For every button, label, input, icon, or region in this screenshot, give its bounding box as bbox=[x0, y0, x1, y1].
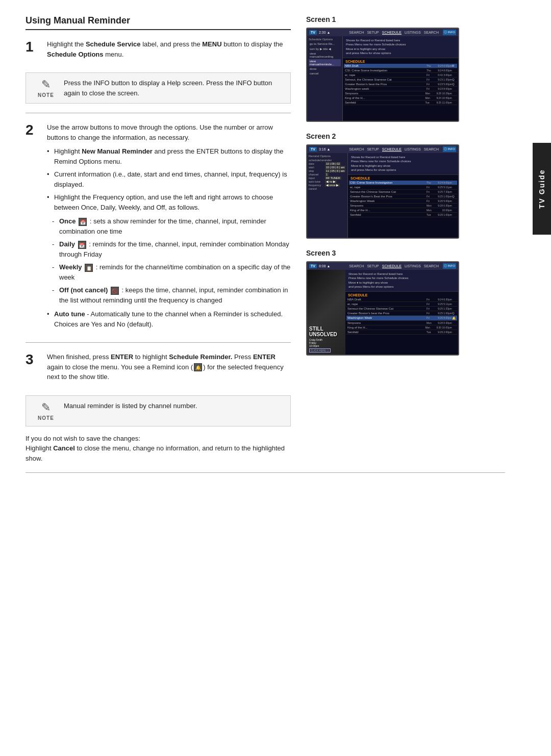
screen-3-body: STILLUNSOLVED Craig Smith Friday10:00pm … bbox=[307, 270, 458, 355]
tv-logo-3: TV bbox=[309, 264, 317, 268]
nav-setup-3: SETUP bbox=[367, 264, 379, 268]
nav-listings-3: LISTINGS bbox=[405, 264, 421, 268]
screen-3-header: TV 8:08 ▲ SEARCH SETUP SCHEDULE LISTINGS… bbox=[307, 262, 458, 270]
screen-1-sched-title: SCHEDULE bbox=[344, 59, 457, 64]
note-label-1: NOTE bbox=[38, 92, 54, 98]
tv-logo-1: TV bbox=[309, 30, 317, 35]
nav-setup-2: SETUP bbox=[367, 147, 379, 152]
s1-item-6: cancel bbox=[309, 71, 341, 75]
remind-icon: 🔔 bbox=[194, 363, 202, 371]
step-3-text: When finished, press ENTER to highlight … bbox=[47, 352, 291, 382]
s3-row-4: Greater Boston's beat the ProsFri9:25 1:… bbox=[346, 311, 457, 316]
divider-1 bbox=[26, 113, 291, 113]
s3-row-7: King of the H...Mon9:30 10:00pm bbox=[346, 325, 457, 330]
main-content: Using Manual Reminder 1 Highlight the Sc… bbox=[0, 0, 551, 756]
screen-2-schedule: SCHEDULE CSI: Crime Scene InvestigationT… bbox=[348, 175, 458, 238]
step-3: 3 When finished, press ENTER to highligh… bbox=[26, 352, 291, 386]
s3-row-1: NBA DraftFri9:24 6:30pm bbox=[346, 297, 457, 302]
s3-row-5: Washington WeekFri9:26 8:00pm🔔 bbox=[346, 316, 457, 321]
screen-2-header: TV 3:16 ▲ SEARCH SETUP SCHEDULE LISTINGS… bbox=[307, 145, 458, 153]
screen-2-main: Shows for Record or Remind listed here P… bbox=[348, 153, 458, 238]
screen-3: TV 8:08 ▲ SEARCH SETUP SCHEDULE LISTINGS… bbox=[306, 261, 459, 356]
once-option: Once 📅 : sets a show reminder for the ti… bbox=[52, 216, 291, 236]
click-here-label[interactable]: CLICK HERE ⓘ bbox=[309, 348, 331, 352]
step-1-number: 1 bbox=[26, 39, 41, 63]
s2-row-4: Greater Boston's Beat the ProsFri9:25 1:… bbox=[349, 194, 457, 199]
s2-form-4: stop11 | 05 | 6 | am bbox=[309, 169, 346, 172]
s2-row-6: SimpsonsMon9:28 0:30pm bbox=[349, 204, 457, 208]
screen-2-info-box: Shows for Record or Remind listed here P… bbox=[348, 153, 458, 175]
bullet-1: Highlight New Manual Reminder and press … bbox=[47, 146, 291, 166]
s1-row-3: er, rapeFri0:42 3:00pm bbox=[344, 73, 457, 78]
nav-schedule-2: SCHEDULE bbox=[382, 147, 402, 152]
step-3-content: When finished, press ENTER to highlight … bbox=[47, 352, 291, 386]
screen-1-body: Schedule Options go to Service Re... sor… bbox=[307, 36, 458, 121]
step-2-content: Use the arrow buttons to move through th… bbox=[47, 122, 291, 333]
s3-row-6: SimpsonsMon9:28 0:30pm bbox=[346, 321, 457, 325]
note-icon-col-3: ✎ NOTE bbox=[33, 401, 59, 421]
screen-3-image: STILLUNSOLVED Craig Smith Friday10:00pm … bbox=[307, 270, 345, 355]
screen-1-info-box: Shows for Record or Remind listed here P… bbox=[343, 36, 458, 58]
screen-3-info-btn: ⓘ INFO bbox=[443, 263, 456, 269]
screen-1-main: Shows for Record or Remind listed here P… bbox=[343, 36, 458, 121]
s2-row-2: er, rapeFri9:25 5:11pm bbox=[349, 185, 457, 190]
nav-setup-1: SETUP bbox=[367, 31, 379, 35]
step-1-bold2: MENU bbox=[202, 40, 221, 48]
step-2-text: Use the arrow buttons to move through th… bbox=[47, 122, 291, 142]
s1-item-1: go to Service Re... bbox=[309, 42, 341, 46]
screen-2-section: Screen 2 TV 3:16 ▲ SEARCH SETUP SCHEDULE bbox=[306, 132, 505, 239]
note-text-1: Press the INFO button to display a Help … bbox=[64, 78, 283, 98]
s2-row-7: King of the H...Mon10:00pm bbox=[349, 208, 457, 213]
s1-row-1: NBA DraftThu9:24 6:00pmR bbox=[344, 64, 457, 68]
screen-3-label: Screen 3 bbox=[306, 249, 505, 257]
tv-guide-tab: TV Guide bbox=[533, 143, 551, 235]
s1-item-4: view manual/reminde... bbox=[309, 59, 341, 66]
step-3-number: 3 bbox=[26, 352, 41, 386]
step-1-content: Highlight the Schedule Service label, an… bbox=[47, 39, 291, 63]
screen-2-nav: SEARCH SETUP SCHEDULE LISTINGS SEARCH bbox=[349, 147, 439, 152]
screen-2-label: Screen 2 bbox=[306, 132, 505, 140]
nav-search-3: SEARCH bbox=[349, 264, 364, 268]
note-label-3: NOTE bbox=[38, 415, 54, 421]
screen-2: TV 3:16 ▲ SEARCH SETUP SCHEDULE LISTINGS… bbox=[306, 144, 459, 239]
frequency-options: Once 📅 : sets a show reminder for the ti… bbox=[52, 216, 291, 305]
s1-row-5: Greater Boston's beat the ProsFri9:23 5:… bbox=[344, 82, 457, 87]
once-icon: 📅 bbox=[79, 218, 87, 226]
note-icon-3: ✎ bbox=[41, 401, 51, 414]
s2-row-8: SeinfeldTue9:29 1:00pm bbox=[349, 213, 457, 217]
divider-2 bbox=[26, 342, 291, 343]
nav-listings-2: LISTINGS bbox=[405, 147, 421, 152]
nav-search-1: SEARCH bbox=[349, 31, 364, 35]
screen-2-info: ⓘ INFO bbox=[443, 146, 456, 152]
nav-schedule-3: SCHEDULE bbox=[382, 264, 402, 268]
screen-1-header: TV 2:30 ▲ SEARCH SETUP SCHEDULE LISTINGS… bbox=[307, 29, 458, 36]
daily-option: Daily 📆 : reminds for the time, channel,… bbox=[52, 239, 291, 259]
daily-icon: 📆 bbox=[78, 241, 86, 249]
screen-2-sidebar: Remind Options schedule/reminder date10 … bbox=[307, 153, 348, 238]
cancel-note: If you do not wish to save the changes: … bbox=[26, 434, 291, 464]
tv-logo-2: TV bbox=[309, 147, 317, 152]
air-time: Friday10:00pm bbox=[309, 341, 343, 347]
step-2-bullets: Highlight New Manual Reminder and press … bbox=[47, 146, 291, 212]
s2-form-6: inputRF TUNER bbox=[309, 177, 346, 180]
note-box-1: ✎ NOTE Press the INFO button to display … bbox=[26, 72, 291, 104]
note-box-3: ✎ NOTE Manual reminder is listed by chan… bbox=[26, 395, 291, 426]
still-unsolved-title: STILLUNSOLVED bbox=[309, 326, 343, 337]
screen-1-section: Screen 1 TV 2:30 ▲ SEARCH SETUP SCHEDULE bbox=[306, 15, 505, 122]
right-col: Screen 1 TV 2:30 ▲ SEARCH SETUP SCHEDULE bbox=[306, 15, 505, 463]
s1-row-4: Seinout, the Chinese Siamese CatFri9:23 … bbox=[344, 78, 457, 82]
s2-form-7: auto tune◀ no ▶ bbox=[309, 180, 346, 183]
s1-row-9: SeinfeldTue9:25 11:00pm bbox=[344, 100, 457, 105]
s1-item-2: sort by ▶ title ◀ bbox=[309, 46, 341, 51]
nav-search-2: SEARCH bbox=[349, 147, 364, 152]
s2-row-5: Washington WeekFri9:26 5:00pm bbox=[349, 199, 457, 204]
step-2-number: 2 bbox=[26, 122, 41, 333]
screen-1-schedule: SCHEDULE NBA DraftThu9:24 6:00pmR CSI: C… bbox=[343, 58, 458, 121]
left-col: Using Manual Reminder 1 Highlight the Sc… bbox=[26, 15, 291, 463]
s1-row-8: King of the H...Mon9:24 10:59pm bbox=[344, 96, 457, 100]
s3-row-8: SeinfeldTue9:29 2:00pm bbox=[346, 330, 457, 335]
screen-2-time: 3:16 ▲ bbox=[319, 147, 331, 151]
screen-1-nav: SEARCH SETUP SCHEDULE LISTINGS SEARCH bbox=[349, 31, 439, 35]
step-1-bold3: Schedule Options bbox=[47, 51, 104, 58]
s3-row-3: Seinout the Chinese Siamese CatFri9:25 1… bbox=[346, 307, 457, 311]
